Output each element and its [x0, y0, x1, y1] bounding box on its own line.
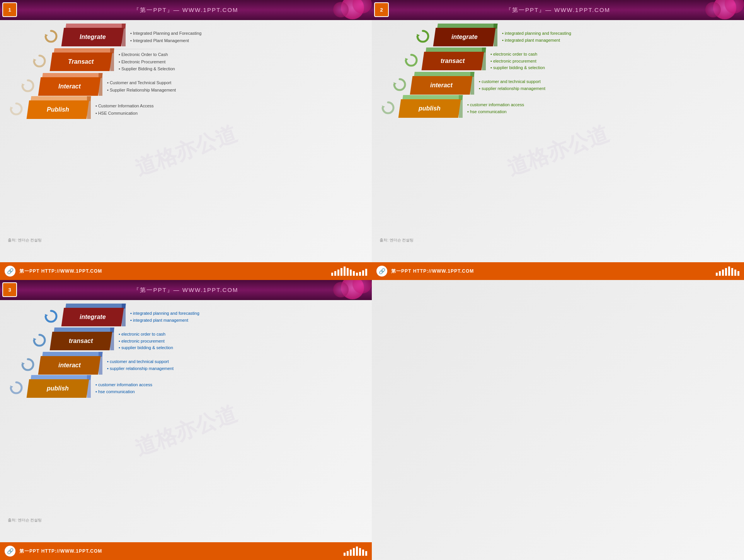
svg-text:2: 2 — [380, 7, 383, 13]
slide3-arrow-integrate — [43, 308, 60, 326]
slide3-header: 3 『第一PPT』— WWW.1PPT.COM — [0, 280, 372, 300]
step-interact-arrow — [19, 77, 36, 96]
slide2-integrate-desc: • integrated planning and forecasting • … — [502, 30, 571, 44]
step-publish-box: Publish — [28, 100, 88, 119]
step-interact-desc: • Customer and Technical Support • Suppl… — [107, 79, 176, 93]
slide2-interact-desc: • customer and technical support • suppl… — [479, 78, 545, 92]
slide2-arrow-transact — [403, 52, 420, 70]
slide2-integrate-label: integrate — [433, 28, 496, 46]
bar — [337, 270, 339, 276]
step-publish: Publish • Customer Information Access • … — [8, 100, 368, 119]
slide2-interact-label: interact — [410, 76, 473, 95]
slide3-content: 道格亦公道 integrate • in — [0, 300, 372, 542]
bar — [734, 270, 736, 276]
slide2-publish-desc: • customer information access • hse comm… — [467, 102, 524, 115]
bar — [344, 266, 346, 276]
slide2-integrate-box: integrate — [434, 28, 494, 46]
slide3-source: 출처: 엔더슨 컨설팅 — [8, 518, 42, 523]
svg-text:3: 3 — [8, 287, 11, 293]
bar — [365, 269, 367, 276]
slide3-step-transact: transact • electronic order to cash • el… — [31, 331, 368, 351]
slide1-footer-url: 第一PPT HTTP://WWW.1PPT.COM — [19, 268, 327, 275]
step-integrate-box: Integrate — [63, 28, 123, 46]
slide3-transact-desc: • electronic order to cash • electronic … — [119, 331, 173, 351]
slide3-step-publish: publish • customer information access • … — [8, 379, 368, 398]
slide1-content: 道格亦公道 Integr — [0, 20, 372, 262]
bar — [359, 272, 361, 276]
bar — [347, 551, 349, 556]
slide2-arrow-integrate — [414, 28, 431, 46]
step-integrate-arrow — [43, 28, 60, 46]
slide3-interact-box: interact — [39, 356, 99, 375]
bar — [359, 548, 361, 556]
slide2-arrow-interact — [391, 76, 408, 95]
slide2-transact-desc: • electronic order to cash • electronic … — [490, 51, 545, 71]
step-publish-arrow — [8, 100, 25, 119]
bar — [353, 548, 355, 556]
slide2-interact-box: interact — [411, 76, 471, 95]
slide3-footer-icon: 🔗 — [5, 546, 15, 557]
slide2-source: 출처: 엔더슨 컨설팅 — [380, 238, 414, 243]
slide3-publish-box: publish — [28, 379, 88, 398]
bar — [365, 551, 367, 556]
step-integrate-desc: • Integrated Planning and Forecasting • … — [130, 30, 201, 44]
slide2-footer-url: 第一PPT HTTP://WWW.1PPT.COM — [391, 268, 712, 275]
step-transact-desc: • Electronic Order to Cash • Electronic … — [119, 51, 175, 73]
step-interact: Interact • Customer and Technical Suppor… — [19, 77, 368, 96]
slide3-footer-bars — [344, 546, 367, 556]
bar — [716, 273, 718, 276]
slide1-source: 출처: 엔더슨 컨설팅 — [8, 238, 42, 243]
step-publish-label: Publish — [27, 100, 89, 119]
slide2-content: 道格亦公道 integrate • in — [372, 20, 744, 262]
slide2-transact-box: transact — [423, 52, 483, 70]
slide2-publish-box: publish — [400, 99, 460, 118]
bar — [350, 550, 352, 556]
bar — [331, 273, 333, 276]
bar — [350, 270, 352, 276]
slide4-content — [372, 280, 744, 560]
step-integrate-label: Integrate — [61, 28, 124, 46]
bar — [737, 271, 739, 276]
bar — [719, 271, 721, 276]
slide2-footer-bars — [716, 266, 739, 276]
slide1-footer-bars — [331, 266, 367, 276]
slide1-header-title: 『第一PPT』— WWW.1PPT.COM — [133, 7, 238, 14]
step-publish-desc: • Customer Information Access • HSE Comm… — [95, 102, 154, 117]
bar — [725, 268, 727, 276]
slide2-publish-label: publish — [398, 99, 461, 118]
bar — [347, 268, 349, 276]
bar — [722, 270, 724, 276]
slide2-step-interact: interact • customer and technical suppor… — [391, 76, 740, 95]
bar — [356, 273, 358, 276]
slide2-header-title: 『第一PPT』— WWW.1PPT.COM — [506, 7, 610, 14]
step-interact-label: Interact — [38, 77, 101, 96]
slide2-footer: 🔗 第一PPT HTTP://WWW.1PPT.COM — [372, 262, 744, 280]
slide1-diagram: Integrate • Integrated Planning and Fore… — [8, 28, 368, 124]
slide1-header: 1 『第一PPT』— WWW.1PPT.COM — [0, 0, 372, 20]
slide2-transact-label: transact — [422, 52, 484, 70]
bar — [728, 266, 730, 276]
slide3-publish-label: publish — [27, 379, 89, 398]
bar — [362, 270, 364, 276]
slide2-step-transact: transact • electronic order to cash • el… — [403, 51, 740, 71]
step-interact-box: Interact — [39, 77, 99, 96]
slide2-diagram: integrate • integrated planning and fore… — [380, 28, 740, 122]
slide2-header: 2 『第一PPT』— WWW.1PPT.COM — [372, 0, 744, 20]
slide3-interact-label: interact — [38, 356, 101, 375]
slide3-header-title: 『第一PPT』— WWW.1PPT.COM — [133, 287, 238, 294]
slide1-footer: 🔗 第一PPT HTTP://WWW.1PPT.COM — [0, 262, 372, 280]
bar — [353, 271, 355, 276]
slide3-diagram: integrate • integrated planning and fore… — [8, 308, 368, 402]
slide3-arrow-interact — [19, 356, 36, 375]
slide3-num-badge: 3 — [2, 282, 17, 297]
step-transact-arrow — [31, 53, 48, 71]
slide2-num-badge: 2 — [374, 2, 389, 17]
slide2-footer-icon: 🔗 — [376, 266, 387, 277]
slide3-step-integrate: integrate • integrated planning and fore… — [43, 308, 368, 326]
slide2-step-integrate: integrate • integrated planning and fore… — [414, 28, 740, 46]
svg-text:1: 1 — [8, 7, 11, 13]
step-transact: Transact • Electronic Order to Cash • El… — [31, 51, 368, 73]
slide-3: 3 『第一PPT』— WWW.1PPT.COM 道格亦公道 — [0, 280, 372, 560]
slide1-num-badge: 1 — [2, 2, 17, 17]
bar — [344, 553, 346, 556]
